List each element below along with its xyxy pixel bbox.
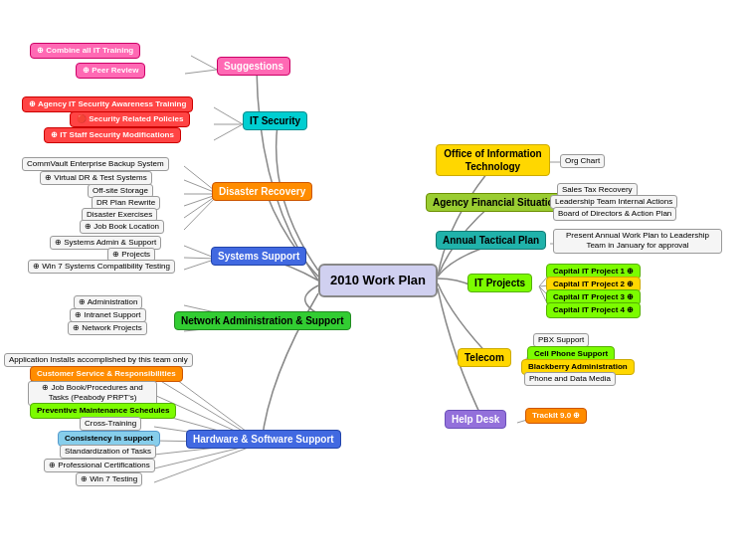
leaf-combine-training[interactable]: ⊕ Combine all IT Training — [30, 43, 140, 59]
leaf-commvault[interactable]: CommVault Enterprise Backup System — [22, 157, 169, 171]
leaf-win7-testing[interactable]: ⊕ Win 7 Testing — [76, 472, 142, 486]
svg-line-2 — [214, 107, 243, 124]
svg-line-0 — [191, 56, 217, 70]
leaf-capital-it-4[interactable]: Capital IT Project 4 ⊕ — [546, 302, 641, 318]
center-node: 2010 Work Plan — [318, 264, 438, 297]
category-disaster-recovery[interactable]: Disaster Recovery — [212, 182, 312, 201]
leaf-win7-compat[interactable]: ⊕ Win 7 Systems Compatibility Testing — [28, 260, 175, 274]
leaf-cross-training[interactable]: Cross-Training — [80, 417, 141, 431]
category-agency-financial[interactable]: Agency Financial Situation — [426, 193, 567, 212]
category-it-security[interactable]: IT Security — [243, 111, 307, 130]
leaf-customer-service[interactable]: Customer Service & Responsibilities — [30, 366, 183, 382]
leaf-agency-awareness[interactable]: ⊕ Agency IT Security Awareness Training — [22, 96, 193, 112]
category-help-desk[interactable]: Help Desk — [445, 410, 506, 429]
leaf-job-book-location[interactable]: ⊕ Job Book Location — [80, 220, 164, 234]
leaf-prof-certs[interactable]: ⊕ Professional Certifications — [44, 459, 155, 472]
category-telecom[interactable]: Telecom — [458, 348, 511, 367]
category-systems-support[interactable]: Systems Support — [211, 247, 306, 266]
leaf-board-directors[interactable]: Board of Directors & Action Plan — [553, 207, 676, 221]
leaf-standardization[interactable]: Standardization of Tasks — [60, 445, 156, 459]
category-it-projects[interactable]: IT Projects — [467, 274, 532, 292]
leaf-security-policies[interactable]: 🔴 Security Related Policies — [70, 111, 190, 127]
category-office-it[interactable]: Office of Information Technology — [436, 144, 550, 176]
leaf-peer-review[interactable]: ⊕ Peer Review — [76, 63, 145, 79]
category-annual-tactical[interactable]: Annual Tactical Plan — [436, 231, 546, 250]
category-hardware-software[interactable]: Hardware & Software Support — [186, 430, 341, 449]
leaf-present-annual[interactable]: Present Annual Work Plan to Leadership T… — [553, 229, 722, 254]
leaf-it-staff-security[interactable]: ⊕ IT Staff Security Modifications — [44, 127, 181, 143]
leaf-org-chart[interactable]: Org Chart — [560, 154, 605, 168]
svg-line-4 — [214, 124, 243, 140]
category-network-admin[interactable]: Network Administration & Support — [174, 311, 351, 330]
svg-line-1 — [185, 70, 217, 74]
leaf-phone-data[interactable]: Phone and Data Media — [524, 372, 616, 386]
category-suggestions[interactable]: Suggestions — [217, 57, 290, 76]
leaf-network-projects[interactable]: ⊕ Network Projects — [68, 321, 147, 335]
leaf-trackit[interactable]: TrackIt 9.0 ⊕ — [525, 408, 587, 424]
svg-line-25 — [154, 443, 262, 482]
